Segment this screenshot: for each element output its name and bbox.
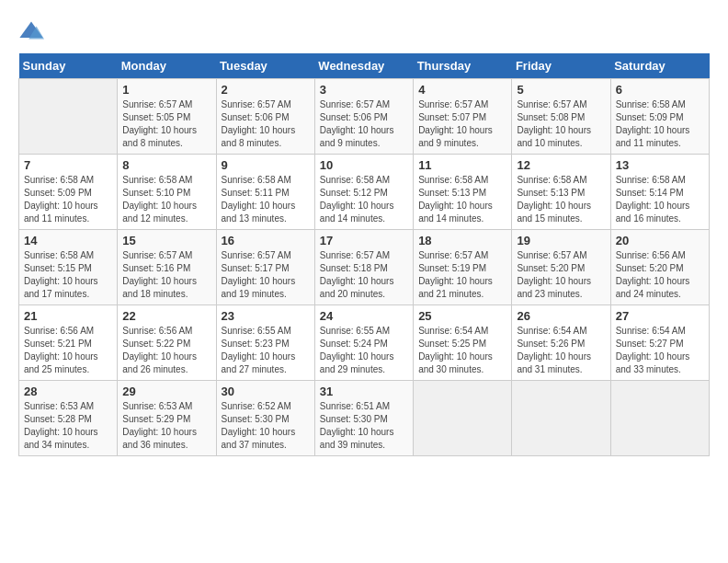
day-cell: 12Sunrise: 6:58 AMSunset: 5:13 PMDayligh… bbox=[512, 155, 610, 230]
day-cell: 23Sunrise: 6:55 AMSunset: 5:23 PMDayligh… bbox=[216, 305, 314, 381]
week-row-1: 7Sunrise: 6:58 AMSunset: 5:09 PMDaylight… bbox=[19, 155, 710, 230]
day-cell: 26Sunrise: 6:54 AMSunset: 5:26 PMDayligh… bbox=[512, 305, 610, 381]
day-number: 1 bbox=[122, 83, 210, 97]
day-info: Sunrise: 6:56 AMSunset: 5:21 PMDaylight:… bbox=[24, 325, 112, 376]
day-number: 31 bbox=[320, 385, 408, 398]
week-row-4: 28Sunrise: 6:53 AMSunset: 5:28 PMDayligh… bbox=[19, 381, 710, 456]
day-number: 17 bbox=[320, 234, 408, 247]
day-number: 7 bbox=[24, 158, 112, 172]
day-number: 28 bbox=[24, 385, 112, 398]
day-info: Sunrise: 6:58 AMSunset: 5:13 PMDaylight:… bbox=[418, 174, 506, 225]
day-cell bbox=[610, 381, 709, 456]
day-number: 4 bbox=[418, 83, 506, 97]
day-info: Sunrise: 6:58 AMSunset: 5:09 PMDaylight:… bbox=[24, 174, 112, 225]
day-info: Sunrise: 6:58 AMSunset: 5:12 PMDaylight:… bbox=[320, 174, 408, 225]
day-info: Sunrise: 6:58 AMSunset: 5:15 PMDaylight:… bbox=[24, 249, 112, 301]
day-info: Sunrise: 6:51 AMSunset: 5:30 PMDaylight:… bbox=[320, 400, 408, 452]
day-cell: 4Sunrise: 6:57 AMSunset: 5:07 PMDaylight… bbox=[414, 79, 512, 155]
week-row-0: 1Sunrise: 6:57 AMSunset: 5:05 PMDaylight… bbox=[19, 79, 710, 155]
day-number: 25 bbox=[418, 309, 506, 323]
day-info: Sunrise: 6:57 AMSunset: 5:08 PMDaylight:… bbox=[517, 98, 605, 150]
day-info: Sunrise: 6:57 AMSunset: 5:19 PMDaylight:… bbox=[418, 249, 506, 301]
day-cell: 28Sunrise: 6:53 AMSunset: 5:28 PMDayligh… bbox=[19, 381, 118, 456]
day-info: Sunrise: 6:57 AMSunset: 5:06 PMDaylight:… bbox=[222, 98, 310, 150]
day-cell: 8Sunrise: 6:58 AMSunset: 5:10 PMDaylight… bbox=[118, 155, 216, 230]
day-cell: 7Sunrise: 6:58 AMSunset: 5:09 PMDaylight… bbox=[19, 155, 118, 230]
day-number: 9 bbox=[222, 158, 310, 172]
day-cell: 11Sunrise: 6:58 AMSunset: 5:13 PMDayligh… bbox=[414, 155, 512, 230]
day-info: Sunrise: 6:57 AMSunset: 5:07 PMDaylight:… bbox=[418, 98, 506, 150]
day-info: Sunrise: 6:54 AMSunset: 5:25 PMDaylight:… bbox=[418, 325, 506, 376]
day-number: 20 bbox=[616, 234, 704, 247]
day-number: 16 bbox=[222, 234, 310, 247]
day-number: 3 bbox=[320, 83, 408, 97]
logo bbox=[18, 18, 46, 44]
day-cell: 24Sunrise: 6:55 AMSunset: 5:24 PMDayligh… bbox=[314, 305, 413, 381]
day-info: Sunrise: 6:58 AMSunset: 5:13 PMDaylight:… bbox=[517, 174, 605, 225]
day-number: 6 bbox=[616, 83, 704, 97]
day-number: 12 bbox=[517, 158, 605, 172]
header bbox=[18, 18, 710, 44]
day-number: 13 bbox=[616, 158, 704, 172]
day-info: Sunrise: 6:53 AMSunset: 5:29 PMDaylight:… bbox=[122, 400, 210, 452]
day-info: Sunrise: 6:52 AMSunset: 5:30 PMDaylight:… bbox=[222, 400, 310, 452]
day-info: Sunrise: 6:55 AMSunset: 5:23 PMDaylight:… bbox=[222, 325, 310, 376]
day-cell: 10Sunrise: 6:58 AMSunset: 5:12 PMDayligh… bbox=[314, 155, 413, 230]
day-info: Sunrise: 6:57 AMSunset: 5:05 PMDaylight:… bbox=[122, 98, 210, 150]
day-number: 24 bbox=[320, 309, 408, 323]
day-cell: 31Sunrise: 6:51 AMSunset: 5:30 PMDayligh… bbox=[314, 381, 413, 456]
day-cell: 16Sunrise: 6:57 AMSunset: 5:17 PMDayligh… bbox=[216, 230, 314, 305]
day-info: Sunrise: 6:57 AMSunset: 5:06 PMDaylight:… bbox=[320, 98, 408, 150]
week-row-2: 14Sunrise: 6:58 AMSunset: 5:15 PMDayligh… bbox=[19, 230, 710, 305]
day-info: Sunrise: 6:58 AMSunset: 5:11 PMDaylight:… bbox=[222, 174, 310, 225]
day-number: 14 bbox=[24, 234, 112, 247]
day-info: Sunrise: 6:56 AMSunset: 5:20 PMDaylight:… bbox=[616, 249, 704, 301]
day-number: 15 bbox=[122, 234, 210, 247]
day-number: 8 bbox=[122, 158, 210, 172]
day-cell: 5Sunrise: 6:57 AMSunset: 5:08 PMDaylight… bbox=[512, 79, 610, 155]
day-cell: 15Sunrise: 6:57 AMSunset: 5:16 PMDayligh… bbox=[118, 230, 216, 305]
header-cell-thursday: Thursday bbox=[414, 53, 512, 79]
day-cell: 13Sunrise: 6:58 AMSunset: 5:14 PMDayligh… bbox=[610, 155, 709, 230]
header-cell-friday: Friday bbox=[512, 53, 610, 79]
header-row: SundayMondayTuesdayWednesdayThursdayFrid… bbox=[19, 53, 710, 79]
day-cell: 9Sunrise: 6:58 AMSunset: 5:11 PMDaylight… bbox=[216, 155, 314, 230]
day-cell: 3Sunrise: 6:57 AMSunset: 5:06 PMDaylight… bbox=[314, 79, 413, 155]
day-cell: 30Sunrise: 6:52 AMSunset: 5:30 PMDayligh… bbox=[216, 381, 314, 456]
header-cell-wednesday: Wednesday bbox=[314, 53, 413, 79]
header-cell-sunday: Sunday bbox=[19, 53, 118, 79]
week-row-3: 21Sunrise: 6:56 AMSunset: 5:21 PMDayligh… bbox=[19, 305, 710, 381]
day-number: 22 bbox=[122, 309, 210, 323]
day-cell: 27Sunrise: 6:54 AMSunset: 5:27 PMDayligh… bbox=[610, 305, 709, 381]
day-number: 5 bbox=[517, 83, 605, 97]
day-info: Sunrise: 6:58 AMSunset: 5:10 PMDaylight:… bbox=[122, 174, 210, 225]
day-cell: 21Sunrise: 6:56 AMSunset: 5:21 PMDayligh… bbox=[19, 305, 118, 381]
day-number: 21 bbox=[24, 309, 112, 323]
day-info: Sunrise: 6:58 AMSunset: 5:09 PMDaylight:… bbox=[616, 98, 704, 150]
day-number: 23 bbox=[222, 309, 310, 323]
day-cell: 22Sunrise: 6:56 AMSunset: 5:22 PMDayligh… bbox=[118, 305, 216, 381]
day-info: Sunrise: 6:57 AMSunset: 5:16 PMDaylight:… bbox=[122, 249, 210, 301]
day-cell: 18Sunrise: 6:57 AMSunset: 5:19 PMDayligh… bbox=[414, 230, 512, 305]
day-number: 10 bbox=[320, 158, 408, 172]
day-cell bbox=[19, 79, 118, 155]
day-cell: 2Sunrise: 6:57 AMSunset: 5:06 PMDaylight… bbox=[216, 79, 314, 155]
day-cell: 6Sunrise: 6:58 AMSunset: 5:09 PMDaylight… bbox=[610, 79, 709, 155]
day-number: 30 bbox=[222, 385, 310, 398]
day-info: Sunrise: 6:57 AMSunset: 5:18 PMDaylight:… bbox=[320, 249, 408, 301]
day-number: 19 bbox=[517, 234, 605, 247]
day-info: Sunrise: 6:57 AMSunset: 5:20 PMDaylight:… bbox=[517, 249, 605, 301]
header-cell-saturday: Saturday bbox=[610, 53, 709, 79]
day-info: Sunrise: 6:57 AMSunset: 5:17 PMDaylight:… bbox=[222, 249, 310, 301]
day-info: Sunrise: 6:54 AMSunset: 5:26 PMDaylight:… bbox=[517, 325, 605, 376]
day-number: 27 bbox=[616, 309, 704, 323]
day-cell bbox=[512, 381, 610, 456]
day-info: Sunrise: 6:53 AMSunset: 5:28 PMDaylight:… bbox=[24, 400, 112, 452]
header-cell-tuesday: Tuesday bbox=[216, 53, 314, 79]
day-number: 18 bbox=[418, 234, 506, 247]
day-cell: 17Sunrise: 6:57 AMSunset: 5:18 PMDayligh… bbox=[314, 230, 413, 305]
day-cell bbox=[414, 381, 512, 456]
day-number: 11 bbox=[418, 158, 506, 172]
day-info: Sunrise: 6:54 AMSunset: 5:27 PMDaylight:… bbox=[616, 325, 704, 376]
header-cell-monday: Monday bbox=[118, 53, 216, 79]
